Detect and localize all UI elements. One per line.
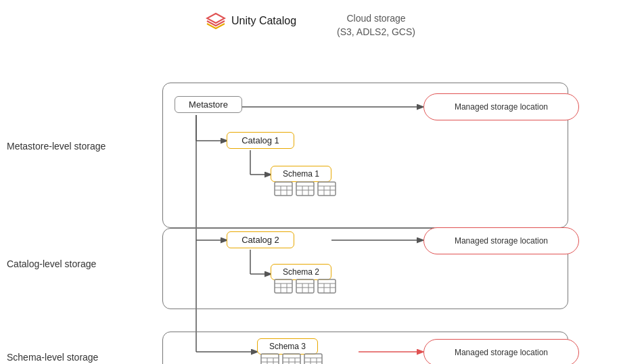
schema1-node: Schema 1 [271,166,331,182]
schema3-node: Schema 3 [257,338,318,355]
schema-level-label: Schema-level storage [7,352,98,363]
schema2-tables [274,279,336,294]
table-icon-5 [296,279,315,294]
catalog2-node: Catalog 2 [227,231,294,248]
svg-rect-43 [261,354,279,364]
svg-rect-23 [318,182,336,196]
svg-rect-38 [318,279,336,293]
table-icon-9 [304,353,323,364]
svg-rect-53 [304,354,322,364]
managed-location-3: Managed storage location [423,339,579,364]
svg-rect-18 [296,182,314,196]
table-icon-3 [317,181,336,196]
table-icon-2 [296,181,315,196]
schema1-tables [274,181,336,196]
catalog1-node: Catalog 1 [227,132,294,149]
table-icon-1 [274,181,293,196]
cloud-storage-label: Cloud storage (S3, ADLS2, GCS) [337,12,415,39]
table-icon-4 [274,279,293,294]
svg-rect-28 [275,279,292,293]
managed-location-1: Managed storage location [423,93,579,120]
metastore-node: Metastore [175,96,242,113]
unity-catalog-label: Unity Catalog [206,12,296,30]
table-icon-6 [317,279,336,294]
catalog-level-label: Catalog-level storage [7,258,96,269]
schema3-tables [260,353,323,364]
managed-location-2: Managed storage location [423,227,579,254]
table-icon-8 [282,353,301,364]
cloud-storage-sub: (S3, ADLS2, GCS) [337,26,415,39]
schema2-node: Schema 2 [271,264,331,280]
metastore-level-label: Metastore-level storage [7,141,106,152]
diagram: Metastore-level storage Metastore Catalo… [0,41,621,364]
svg-rect-33 [296,279,314,293]
header: Unity Catalog Cloud storage (S3, ADLS2, … [0,12,621,39]
svg-rect-13 [275,182,292,196]
svg-rect-48 [283,354,300,364]
cloud-storage-main: Cloud storage [337,12,415,26]
unity-catalog-icon [206,12,226,30]
unity-catalog-text: Unity Catalog [231,15,296,27]
table-icon-7 [260,353,279,364]
